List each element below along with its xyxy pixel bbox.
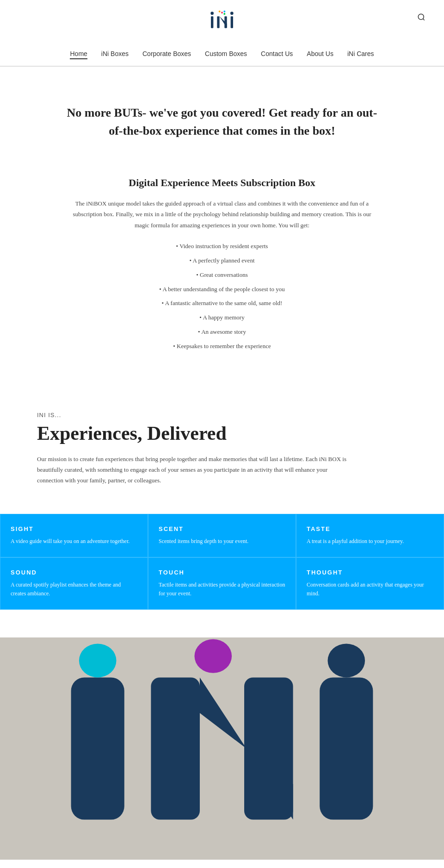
sense-thought: THOUGHT Conversation cards add an activi… bbox=[296, 557, 444, 610]
nav-home[interactable]: Home bbox=[70, 50, 87, 59]
sense-sound: SOUND A curated spotify playlist enhance… bbox=[0, 557, 148, 610]
svg-rect-20 bbox=[320, 678, 373, 820]
sense-touch-title: TOUCH bbox=[159, 569, 285, 576]
svg-point-4 bbox=[223, 11, 225, 12]
svg-point-15 bbox=[79, 644, 117, 678]
features-list: Video instruction by resident experts A … bbox=[37, 242, 407, 351]
sense-touch-desc: Tactile items and activities provide a p… bbox=[159, 581, 285, 598]
nav-ini-cares[interactable]: iNi Cares bbox=[347, 50, 374, 59]
sense-thought-desc: Conversation cards add an activity that … bbox=[307, 581, 433, 598]
footer: Quick links bbox=[0, 860, 444, 868]
senses-grid: SIGHT A video guide will take you on an … bbox=[0, 514, 444, 610]
site-header: Home iNi Boxes Corporate Boxes Custom Bo… bbox=[0, 0, 444, 66]
sense-scent: SCENT Scented items bring depth to your … bbox=[148, 514, 296, 557]
nav-corporate-boxes[interactable]: Corporate Boxes bbox=[142, 50, 191, 59]
svg-point-0 bbox=[418, 14, 424, 19]
sense-sound-title: SOUND bbox=[11, 569, 137, 576]
sense-sight-desc: A video guide will take you on an advent… bbox=[11, 537, 137, 546]
svg-line-1 bbox=[423, 19, 424, 20]
list-item: Video instruction by resident experts bbox=[37, 242, 407, 251]
main-nav: Home iNi Boxes Corporate Boxes Custom Bo… bbox=[70, 44, 374, 66]
sense-sound-desc: A curated spotify playlist enhances the … bbox=[11, 581, 137, 598]
sense-taste: TASTE A treat is a playful addition to y… bbox=[296, 514, 444, 557]
search-button[interactable] bbox=[417, 13, 426, 23]
list-item: A fantastic alternative to the same old,… bbox=[37, 299, 407, 308]
logo-area bbox=[204, 9, 240, 37]
nav-contact-us[interactable]: Contact Us bbox=[261, 50, 293, 59]
sense-sight-title: SIGHT bbox=[11, 525, 137, 532]
digital-experience-section: Digital Experience Meets Subscription Bo… bbox=[0, 168, 444, 384]
sense-thought-title: THOUGHT bbox=[307, 569, 433, 576]
svg-point-3 bbox=[221, 12, 223, 13]
svg-rect-16 bbox=[151, 678, 200, 820]
ini-title: Experiences, Delivered bbox=[37, 422, 407, 444]
svg-rect-12 bbox=[231, 16, 233, 28]
svg-point-2 bbox=[210, 12, 214, 15]
hero-section: No more BUTs- we've got you covered! Get… bbox=[0, 67, 444, 168]
sense-taste-desc: A treat is a playful addition to your jo… bbox=[307, 537, 433, 546]
sense-scent-title: SCENT bbox=[159, 525, 285, 532]
brand-logo-large bbox=[44, 637, 400, 860]
list-item: Great conversations bbox=[37, 270, 407, 280]
ini-eyebrow: INI IS... bbox=[37, 412, 407, 418]
sense-sight: SIGHT A video guide will take you on an … bbox=[0, 514, 148, 557]
nav-ini-boxes[interactable]: iNi Boxes bbox=[101, 50, 129, 59]
svg-point-6 bbox=[219, 11, 221, 12]
svg-point-19 bbox=[194, 639, 232, 673]
site-logo bbox=[204, 9, 240, 37]
sense-taste-title: TASTE bbox=[307, 525, 433, 532]
list-item: An awesome story bbox=[37, 327, 407, 337]
sense-touch: TOUCH Tactile items and activities provi… bbox=[148, 557, 296, 610]
list-item: A happy memory bbox=[37, 313, 407, 323]
sense-scent-desc: Scented items bring depth to your event. bbox=[159, 537, 285, 546]
list-item: Keepsakes to remember the experience bbox=[37, 342, 407, 351]
svg-point-21 bbox=[327, 644, 365, 678]
ini-mission: Our mission is to create fun experiences… bbox=[37, 454, 352, 486]
hero-headline: No more BUTs- we've got you covered! Get… bbox=[60, 104, 384, 140]
digital-title: Digital Experience Meets Subscription Bo… bbox=[37, 177, 407, 189]
svg-rect-8 bbox=[211, 16, 213, 28]
list-item: A perfectly planned event bbox=[37, 256, 407, 266]
svg-point-7 bbox=[230, 12, 234, 15]
svg-rect-14 bbox=[71, 678, 124, 820]
nav-about-us[interactable]: About Us bbox=[307, 50, 333, 59]
brand-image-section bbox=[0, 637, 444, 860]
list-item: A better understanding of the people clo… bbox=[37, 285, 407, 294]
ini-is-section: INI IS... Experiences, Delivered Our mis… bbox=[0, 384, 444, 514]
nav-custom-boxes[interactable]: Custom Boxes bbox=[205, 50, 247, 59]
svg-rect-9 bbox=[217, 16, 219, 28]
svg-point-5 bbox=[223, 13, 225, 15]
digital-description: The iNiBOX unique model takes the guided… bbox=[65, 198, 379, 231]
